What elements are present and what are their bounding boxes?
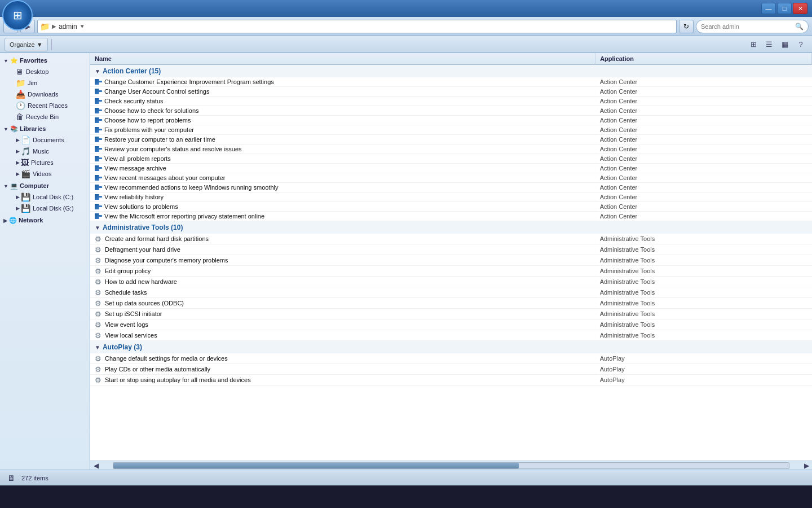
sidebar-item-music[interactable]: ▶🎵Music bbox=[0, 146, 90, 157]
table-row[interactable]: ⚙View local servicesAdministrative Tools bbox=[90, 330, 812, 341]
close-button[interactable]: ✕ bbox=[793, 3, 807, 14]
content-area: Name Application ▼Action Center (15)Chan… bbox=[90, 53, 812, 470]
table-row[interactable]: ⚙Set up iSCSI initiatorAdministrative To… bbox=[90, 309, 812, 319]
maximize-button[interactable]: □ bbox=[777, 3, 792, 14]
c-drive-icon: 💾 bbox=[21, 192, 30, 202]
horizontal-scrollbar[interactable]: ◀ ▶ bbox=[90, 461, 812, 470]
table-row[interactable]: ⚙Start or stop using autoplay for all me… bbox=[90, 375, 812, 386]
gear-icon: ⚙ bbox=[95, 235, 103, 243]
libraries-label: 📚 Libraries bbox=[10, 125, 46, 133]
item-name: Fix problems with your computer bbox=[104, 126, 194, 133]
minimize-button[interactable]: — bbox=[761, 3, 776, 14]
documents-label: Documents bbox=[33, 137, 64, 143]
category-row[interactable]: ▼Action Center (15) bbox=[90, 65, 812, 78]
table-row[interactable]: View message archiveAction Center bbox=[90, 164, 812, 173]
status-bar: 🖥 272 items bbox=[0, 470, 812, 485]
category-row[interactable]: ▼AutoPlay (3) bbox=[90, 341, 812, 354]
table-row[interactable]: ⚙View event logsAdministrative Tools bbox=[90, 319, 812, 330]
sidebar-item-jim[interactable]: 📁Jim bbox=[0, 77, 90, 89]
address-dropdown-button[interactable]: ▼ bbox=[80, 23, 85, 29]
computer-header[interactable]: ▼ 💻 Computer bbox=[0, 181, 90, 191]
address-input-wrap[interactable]: 📁 ▶ admin ▼ bbox=[37, 20, 677, 33]
sidebar-item-local-disk-c[interactable]: ▶💾Local Disk (C:) bbox=[0, 191, 90, 203]
favorites-header[interactable]: ▼ ⭐ Favorites bbox=[0, 55, 90, 66]
content-table: Name Application ▼Action Center (15)Chan… bbox=[90, 53, 812, 386]
toolbar-right: ⊞ ☰ ▦ ? bbox=[747, 38, 807, 51]
sidebar-item-downloads[interactable]: 📥Downloads bbox=[0, 89, 90, 100]
flag-icon bbox=[95, 137, 102, 142]
table-row[interactable]: Choose how to report problemsAction Cent… bbox=[90, 116, 812, 125]
search-input[interactable] bbox=[701, 23, 793, 30]
table-row[interactable]: ⚙Edit group policyAdministrative Tools bbox=[90, 266, 812, 277]
table-row[interactable]: View reliability historyAction Center bbox=[90, 192, 812, 202]
table-row[interactable]: ⚙Defragment your hard driveAdministrativ… bbox=[90, 244, 812, 255]
scroll-thumb[interactable] bbox=[113, 463, 519, 468]
table-row[interactable]: ⚙Create and format hard disk partitionsA… bbox=[90, 234, 812, 244]
sidebar-item-desktop[interactable]: 🖥Desktop bbox=[0, 66, 90, 77]
item-name: Choose how to check for solutions bbox=[104, 107, 199, 114]
content-scroll[interactable]: Name Application ▼Action Center (15)Chan… bbox=[90, 53, 812, 461]
toolbar: Organize ▼ ⊞ ☰ ▦ ? bbox=[0, 36, 812, 53]
category-row[interactable]: ▼Administrative Tools (10) bbox=[90, 221, 812, 234]
table-row[interactable]: View recommended actions to keep Windows… bbox=[90, 183, 812, 192]
c-drive-label: Local Disk (C:) bbox=[33, 194, 73, 200]
column-header-application[interactable]: Application bbox=[595, 53, 812, 65]
view-details-button[interactable]: ☰ bbox=[762, 38, 776, 51]
gear-icon: ⚙ bbox=[95, 310, 103, 318]
column-header-name[interactable]: Name bbox=[90, 53, 595, 65]
item-name: How to add new hardware bbox=[105, 278, 177, 285]
item-name: Create and format hard disk partitions bbox=[105, 235, 209, 242]
item-application: Administrative Tools bbox=[595, 319, 812, 330]
table-row[interactable]: Change Customer Experience Improvement P… bbox=[90, 77, 812, 87]
libraries-header[interactable]: ▼ 📚 Libraries bbox=[0, 124, 90, 134]
help-button[interactable]: ? bbox=[794, 38, 807, 51]
table-row[interactable]: View solutions to problemsAction Center bbox=[90, 202, 812, 212]
table-row[interactable]: ⚙Change default settings for media or de… bbox=[90, 353, 812, 364]
downloads-icon: 📥 bbox=[16, 90, 25, 99]
scroll-track[interactable] bbox=[113, 462, 789, 469]
search-icon[interactable]: 🔍 bbox=[795, 23, 804, 30]
flag-icon bbox=[95, 146, 102, 152]
view-layout-button[interactable]: ▦ bbox=[778, 38, 792, 51]
computer-section: ▼ 💻 Computer ▶💾Local Disk (C:) ▶💾Local D… bbox=[0, 181, 90, 214]
flag-icon bbox=[95, 165, 102, 171]
sidebar-item-recycle-bin[interactable]: 🗑Recycle Bin bbox=[0, 111, 90, 122]
table-row[interactable]: ⚙How to add new hardwareAdministrative T… bbox=[90, 277, 812, 287]
table-row[interactable]: ⚙Diagnose your computer's memory problem… bbox=[90, 255, 812, 266]
sidebar-item-local-disk-g[interactable]: ▶💾Local Disk (G:) bbox=[0, 203, 90, 214]
table-row[interactable]: Review your computer's status and resolv… bbox=[90, 144, 812, 154]
table-row[interactable]: Change User Account Control settingsActi… bbox=[90, 87, 812, 97]
sidebar-item-videos[interactable]: ▶🎬Videos bbox=[0, 168, 90, 179]
sidebar-item-documents[interactable]: ▶📄Documents bbox=[0, 134, 90, 146]
table-row[interactable]: View the Microsoft error reporting priva… bbox=[90, 212, 812, 221]
flag-icon bbox=[95, 194, 102, 200]
item-application: Administrative Tools bbox=[595, 234, 812, 244]
music-icon: 🎵 bbox=[21, 147, 30, 156]
item-application: Action Center bbox=[595, 212, 812, 221]
table-row[interactable]: Fix problems with your computerAction Ce… bbox=[90, 125, 812, 135]
table-row[interactable]: ⚙Schedule tasksAdministrative Tools bbox=[90, 287, 812, 298]
item-name: View all problem reports bbox=[104, 155, 171, 162]
g-drive-icon: 💾 bbox=[21, 204, 30, 213]
start-button[interactable]: ⊞ bbox=[2, 0, 33, 30]
table-row[interactable]: ⚙Play CDs or other media automaticallyAu… bbox=[90, 364, 812, 375]
table-row[interactable]: Check security statusAction Center bbox=[90, 97, 812, 106]
scroll-left-button[interactable]: ◀ bbox=[90, 462, 102, 470]
recycle-bin-icon: 🗑 bbox=[16, 112, 24, 121]
organize-button[interactable]: Organize ▼ bbox=[5, 38, 48, 51]
table-row[interactable]: View recent messages about your computer… bbox=[90, 173, 812, 183]
refresh-button[interactable]: ↻ bbox=[679, 20, 694, 33]
sidebar-item-pictures[interactable]: ▶🖼Pictures bbox=[0, 157, 90, 168]
network-header[interactable]: ▶ 🌐 Network bbox=[0, 215, 90, 226]
title-bar: admin — □ ✕ bbox=[0, 0, 812, 17]
table-row[interactable]: Choose how to check for solutionsAction … bbox=[90, 106, 812, 116]
table-row[interactable]: View all problem reportsAction Center bbox=[90, 154, 812, 164]
scroll-right-button[interactable]: ▶ bbox=[801, 462, 812, 470]
recent-places-icon: 🕐 bbox=[16, 101, 25, 110]
sidebar-item-recent-places[interactable]: 🕐Recent Places bbox=[0, 100, 90, 111]
table-row[interactable]: ⚙Set up data sources (ODBC)Administrativ… bbox=[90, 298, 812, 309]
table-row[interactable]: Restore your computer to an earlier time… bbox=[90, 135, 812, 144]
view-sort-button[interactable]: ⊞ bbox=[747, 38, 760, 51]
flag-icon bbox=[95, 213, 102, 219]
category-name: Action Center (15) bbox=[103, 67, 161, 75]
